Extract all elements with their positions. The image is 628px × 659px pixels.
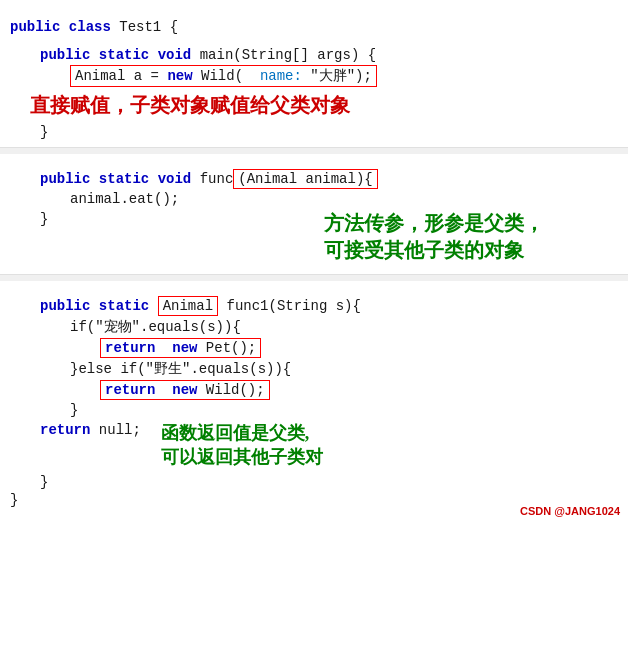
line-return-null: return null; bbox=[10, 421, 141, 439]
redbox-return-pet: return new Pet(); bbox=[100, 338, 261, 358]
code-area: public class Test1 { public static void … bbox=[0, 0, 628, 521]
class-name: Test1 { bbox=[119, 19, 178, 35]
line-close-main: } bbox=[0, 123, 628, 141]
line-class-decl: public class Test1 { bbox=[0, 18, 628, 36]
line-func1-decl: public static Animal func1(String s){ bbox=[0, 295, 628, 317]
section-2: public static void func (Animal animal){… bbox=[0, 154, 628, 275]
line-animal-eat: animal.eat(); bbox=[0, 190, 628, 208]
line-close-if: } bbox=[0, 401, 628, 419]
line-close-func1: } bbox=[0, 473, 628, 491]
line-else-wild: }else if("野生".equals(s)){ bbox=[0, 359, 628, 379]
line-if-pet: if("宠物".equals(s)){ bbox=[0, 317, 628, 337]
line-return-wild: return new Wild(); bbox=[0, 379, 628, 401]
section-1: public class Test1 { public static void … bbox=[0, 10, 628, 148]
watermark: CSDN @JANG1024 bbox=[520, 505, 620, 517]
line-animal-assign: Animal a = new Wild( name: "大胖"); bbox=[0, 64, 628, 88]
keyword-public: public bbox=[10, 19, 60, 35]
keyword-class: class bbox=[69, 19, 111, 35]
line-close-func: } bbox=[20, 210, 314, 228]
redbox-return-wild: return new Wild(); bbox=[100, 380, 270, 400]
annotation-3: 函数返回值是父类, 可以返回其他子类对 bbox=[141, 421, 618, 469]
annotation-text-1: 直接赋值，子类对象赋值给父类对象 bbox=[30, 92, 350, 119]
line-main-decl: public static void main(String[] args) { bbox=[0, 46, 628, 64]
redbox-animal-assign: Animal a = new Wild( name: "大胖"); bbox=[70, 65, 377, 87]
redbox-func-param: (Animal animal){ bbox=[233, 169, 377, 189]
section-3: public static Animal func1(String s){ if… bbox=[0, 281, 628, 521]
annotation-line-1: 直接赋值，子类对象赋值给父类对象 bbox=[0, 88, 628, 123]
line-return-pet: return new Pet(); bbox=[0, 337, 628, 359]
redbox-return-type: Animal bbox=[158, 296, 218, 316]
annotation-2: 方法传参，形参是父类， 可接受其他子类的对象 bbox=[314, 210, 618, 264]
line-func-decl: public static void func (Animal animal){ bbox=[0, 168, 628, 190]
